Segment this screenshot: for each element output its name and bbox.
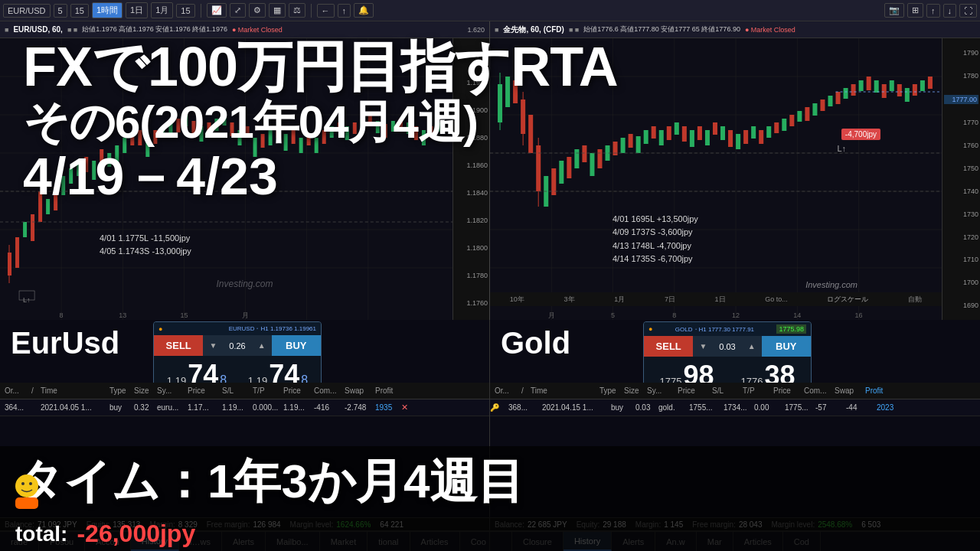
gold-chart[interactable]: ■ 金先物, 60, (CFD) ■ ■ 始値1776.6 高値1777.80 … <box>490 21 980 320</box>
svg-rect-129 <box>774 122 779 133</box>
download-icon[interactable]: ↓ <box>943 4 957 18</box>
gold-chart-header: ■ 金先物, 60, (CFD) ■ ■ 始値1776.6 高値1777.80 … <box>490 21 980 38</box>
eurusd-balance-bar: Balance: 71 092 JPY Equity: 135 313 Marg… <box>0 517 489 531</box>
tf-1m[interactable]: 1月 <box>151 2 173 18</box>
gold-instrument-label: Gold <box>501 326 570 360</box>
scale-icon[interactable]: ⚖ <box>289 3 305 18</box>
eurusd-close-row-btn[interactable]: ✕ <box>401 403 408 412</box>
svg-rect-39 <box>207 122 211 136</box>
tab-alerts[interactable]: Alerts <box>222 532 266 551</box>
svg-rect-104 <box>582 145 586 162</box>
svg-rect-50 <box>292 130 296 144</box>
tab-tional[interactable]: tional <box>368 532 410 551</box>
gold-price-scale: 1790 1780 1777.00 1770 1760 1750 1740 17… <box>942 38 980 320</box>
tab-articles-left[interactable]: Articles <box>410 532 460 551</box>
tf-1d[interactable]: 1日 <box>126 2 148 18</box>
svg-rect-148 <box>920 80 925 91</box>
eurusd-price-scale: 1.1940 1.1920 1.1900 1.1880 1.1860 1.184… <box>452 38 489 320</box>
eurusd-trading-panel: EurUsd ● EURUSD・H1 1.19736 1.19961 SELL … <box>0 320 490 551</box>
eurusd-lot-control: ▼ 0.26 ▲ <box>203 335 271 356</box>
gold-lot-up-arrow[interactable]: ▲ <box>745 342 759 350</box>
camera-icon[interactable]: 📷 <box>884 3 904 18</box>
svg-rect-27 <box>115 145 119 162</box>
eurusd-lot-value: 0.26 <box>223 341 251 350</box>
svg-rect-65 <box>407 122 410 134</box>
svg-rect-61 <box>376 121 380 133</box>
svg-rect-138 <box>844 88 848 99</box>
svg-rect-143 <box>882 84 887 98</box>
tab-mar[interactable]: Mar <box>697 532 733 551</box>
tab-articles-right[interactable]: Articles <box>733 532 783 551</box>
eurusd-margin: Margin: 8 329 <box>149 520 197 529</box>
tab-trade[interactable]: rade <box>0 532 39 551</box>
expand-icon[interactable]: ⛶ <box>959 4 977 18</box>
tab-history-right[interactable]: History <box>564 532 612 551</box>
eurusd-trade-2: 4/05 1.1743S -13,000jpy <box>100 245 191 259</box>
tab-market[interactable]: Market <box>320 532 368 551</box>
eurusd-buy-button[interactable]: BUY <box>272 335 321 356</box>
arrow-up-icon[interactable]: ↑ <box>338 4 351 18</box>
tab-account[interactable]: Accou <box>85 532 131 551</box>
svg-rect-60 <box>368 115 372 124</box>
svg-rect-146 <box>905 88 910 102</box>
tab-mailbox[interactable]: Mailbo... <box>266 532 320 551</box>
gold-free-margin: Free margin: 28 043 <box>692 520 762 529</box>
svg-rect-113 <box>652 126 656 139</box>
eurusd-chart[interactable]: ■ EUR/USD, 60, ■ ■ 始値1.1976 高値1.1976 安値1… <box>0 21 490 320</box>
tab-anw[interactable]: An.w <box>655 532 696 551</box>
layout-icon[interactable]: ⊞ <box>907 3 923 18</box>
gold-candlestick-svg: 月 5 8 12 14 16 <box>490 38 943 320</box>
svg-rect-57 <box>345 126 349 140</box>
svg-rect-48 <box>276 126 280 138</box>
line-chart-icon[interactable]: 📈 <box>207 3 227 18</box>
gold-price-badge: 1775.98 <box>776 324 806 334</box>
svg-rect-44 <box>246 126 250 138</box>
tf-15b[interactable]: 15 <box>176 4 194 18</box>
eurusd-panel-symbol: ● <box>158 325 162 333</box>
svg-rect-34 <box>168 122 172 138</box>
tf-1h[interactable]: 1時間 <box>92 2 122 18</box>
eurusd-lot-down-arrow[interactable]: ▼ <box>206 341 220 350</box>
upload-icon[interactable]: ↑ <box>926 4 940 18</box>
gold-row-icon: 🔑 <box>490 403 502 412</box>
svg-point-161 <box>29 482 32 485</box>
eurusd-lot-up-arrow[interactable]: ▲ <box>255 341 269 350</box>
svg-rect-115 <box>667 126 671 140</box>
gold-lot-down-arrow[interactable]: ▼ <box>696 342 710 350</box>
tf-15[interactable]: 15 <box>70 4 89 18</box>
bell-icon[interactable]: 🔔 <box>354 3 374 18</box>
eurusd-sell-button[interactable]: SELL <box>154 335 203 356</box>
tab-coo[interactable]: Coo <box>460 532 489 551</box>
svg-text:5: 5 <box>611 311 615 319</box>
eurusd-table-row: 364... 2021.04.05 1... buy 0.32 euru... … <box>0 399 489 416</box>
svg-rect-14 <box>15 237 19 268</box>
svg-rect-36 <box>184 115 188 126</box>
arrow-left-icon[interactable]: ← <box>317 4 335 18</box>
tab-exposure[interactable]: Posou <box>39 532 85 551</box>
tab-news[interactable]: i…ws <box>179 532 222 551</box>
svg-rect-132 <box>797 111 802 122</box>
svg-rect-64 <box>399 119 403 128</box>
tab-cod[interactable]: Cod <box>783 532 821 551</box>
gold-order-buttons: SELL ▼ 0.03 ▲ BUY <box>644 336 811 357</box>
svg-rect-125 <box>743 130 748 144</box>
tab-alerts-right[interactable]: Alerts <box>612 532 655 551</box>
gear-icon[interactable]: ⚙ <box>249 3 266 18</box>
tab-history-left[interactable]: History <box>131 532 179 551</box>
symbol-label[interactable]: EUR/USD <box>3 4 51 18</box>
bar-chart-icon[interactable]: ▦ <box>269 3 286 18</box>
svg-rect-23 <box>84 157 88 172</box>
svg-rect-53 <box>315 138 318 153</box>
eurusd-equity: Equity: 135 313 <box>87 520 141 529</box>
gold-buy-button[interactable]: BUY <box>762 336 811 357</box>
svg-rect-93 <box>513 80 518 103</box>
gold-sell-button[interactable]: SELL <box>644 336 693 357</box>
gold-table-row: 🔑 368... 2021.04.15 1... buy 0.03 gold. … <box>490 399 980 416</box>
tab-empty[interactable] <box>490 532 512 551</box>
tab-closure[interactable]: Closure <box>512 532 564 551</box>
svg-rect-136 <box>828 96 832 106</box>
top-toolbar: EUR/USD 5 15 1時間 1日 1月 15 📈 ⤢ ⚙ ▦ ⚖ ← ↑ … <box>0 0 980 21</box>
svg-rect-26 <box>107 153 111 167</box>
tf-5[interactable]: 5 <box>54 4 67 18</box>
crosshair-icon[interactable]: ⤢ <box>230 3 246 18</box>
